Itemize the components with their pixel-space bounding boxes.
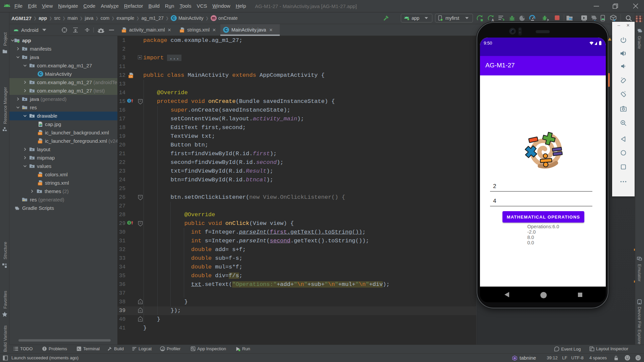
svg-text:<>: <> (180, 30, 184, 33)
svg-text:<>: <> (122, 30, 126, 33)
svg-text:<>: <> (39, 132, 42, 135)
svg-text:<>: <> (39, 141, 42, 143)
svg-text:<>: <> (39, 174, 42, 177)
svg-text:<>: <> (39, 183, 42, 185)
svg-text:A: A (491, 18, 494, 22)
svg-text:<>: <> (129, 75, 132, 78)
